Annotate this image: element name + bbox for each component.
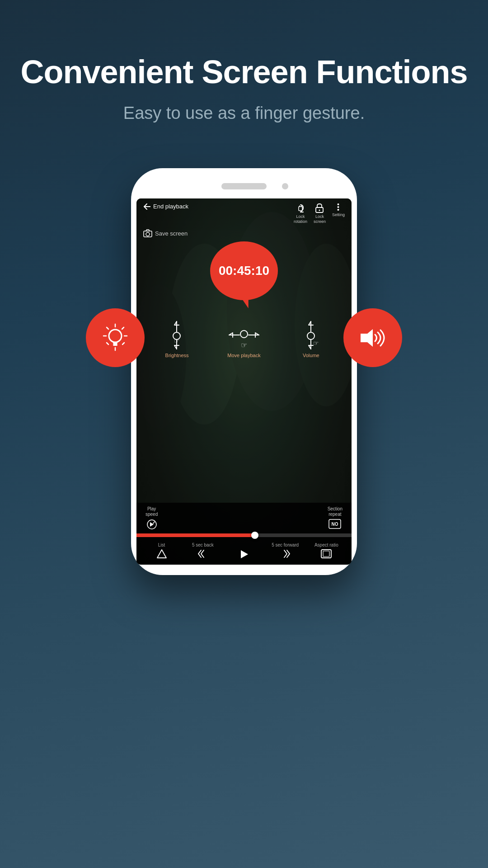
brightness-gesture-icon: ☞ bbox=[164, 321, 189, 350]
gesture-area: ☞ Brightness bbox=[136, 321, 352, 358]
progress-fill bbox=[136, 533, 255, 537]
svg-point-24 bbox=[338, 206, 339, 208]
list-label: List bbox=[158, 542, 165, 547]
sec-back-icon bbox=[197, 549, 208, 558]
brightness-gesture: ☞ Brightness bbox=[164, 321, 189, 358]
progress-bar[interactable] bbox=[136, 533, 352, 537]
svg-rect-2 bbox=[113, 344, 117, 346]
bottom-controls-area: Playspeed Sectionrepeat NO bbox=[136, 503, 352, 565]
brightness-icon bbox=[101, 323, 130, 353]
svg-line-7 bbox=[107, 327, 108, 329]
volume-label: Volume bbox=[303, 353, 319, 358]
lock-rotation-button[interactable]: Lockrotation bbox=[294, 203, 307, 224]
lock-screen-icon bbox=[315, 203, 324, 213]
timer-display: 00:45:10 bbox=[219, 264, 269, 278]
volume-gesture-icon: ☞ bbox=[299, 321, 324, 350]
back-button[interactable]: End playback bbox=[143, 203, 188, 210]
lock-rotation-icon bbox=[296, 203, 305, 213]
svg-marker-11 bbox=[361, 329, 373, 347]
speed-section-row: Playspeed Sectionrepeat NO bbox=[136, 503, 352, 532]
aspect-ratio-label: Aspect ratio bbox=[314, 542, 338, 547]
svg-point-27 bbox=[146, 232, 150, 236]
phone-screen: End playback Lockrotation bbox=[136, 198, 352, 565]
lock-rotation-label: Lockrotation bbox=[294, 214, 307, 224]
volume-gesture: ☞ Volume bbox=[299, 321, 324, 358]
lock-screen-label: Lockscreen bbox=[314, 214, 326, 224]
top-controls-bar: End playback Lockrotation bbox=[136, 198, 352, 229]
setting-label: Setting bbox=[332, 212, 345, 217]
section-repeat-item[interactable]: Sectionrepeat NO bbox=[328, 506, 343, 529]
progress-thumb[interactable] bbox=[251, 532, 258, 539]
more-options-icon bbox=[337, 203, 339, 211]
lock-screen-button[interactable]: Lockscreen bbox=[314, 203, 326, 224]
sec-forward-item[interactable]: 5 sec forward bbox=[269, 542, 301, 558]
play-pause-item[interactable]: — bbox=[228, 542, 260, 559]
timer-bubble: 00:45:10 bbox=[210, 241, 278, 300]
brightness-label: Brightness bbox=[165, 353, 189, 358]
save-screen-label: Save screen bbox=[155, 230, 188, 237]
sec-back-item[interactable]: 5 sec back bbox=[187, 542, 219, 558]
svg-point-23 bbox=[338, 203, 339, 205]
move-gesture-icon: ☞ bbox=[228, 321, 260, 350]
svg-point-37 bbox=[307, 332, 314, 340]
play-icon bbox=[239, 549, 249, 559]
volume-bubble bbox=[343, 308, 402, 367]
svg-text:☞: ☞ bbox=[313, 340, 319, 347]
list-nav-item[interactable]: List bbox=[146, 542, 178, 558]
svg-point-0 bbox=[109, 330, 122, 342]
play-speed-icon bbox=[146, 519, 157, 530]
phone-wrapper: End playback Lockrotation bbox=[131, 168, 357, 575]
play-speed-label: Playspeed bbox=[145, 506, 158, 517]
sub-title: Easy to use as a finger gesture. bbox=[0, 104, 488, 123]
phone-top-bar bbox=[136, 174, 352, 198]
svg-point-34 bbox=[240, 330, 248, 338]
back-arrow-icon bbox=[143, 203, 150, 210]
svg-line-9 bbox=[122, 327, 124, 329]
main-title: Convenient Screen Functions bbox=[0, 54, 488, 90]
svg-rect-18 bbox=[299, 207, 302, 211]
svg-text:NO: NO bbox=[332, 522, 338, 527]
aspect-ratio-item[interactable]: Aspect ratio bbox=[310, 542, 342, 558]
svg-text:☞: ☞ bbox=[241, 341, 247, 349]
save-screen-row[interactable]: Save screen bbox=[143, 229, 188, 237]
brightness-bubble bbox=[86, 308, 145, 367]
svg-text:☞: ☞ bbox=[174, 337, 180, 344]
section-repeat-label: Sectionrepeat bbox=[328, 506, 343, 517]
phone-camera bbox=[282, 183, 288, 189]
camera-icon bbox=[143, 229, 152, 237]
play-speed-item[interactable]: Playspeed bbox=[145, 506, 158, 530]
top-right-controls: Lockrotation Lockscreen bbox=[294, 203, 345, 224]
svg-rect-1 bbox=[113, 342, 117, 344]
svg-marker-45 bbox=[241, 550, 248, 558]
svg-line-41 bbox=[153, 522, 155, 524]
svg-line-8 bbox=[122, 343, 124, 344]
end-playback-label: End playback bbox=[153, 203, 188, 210]
sec-back-label: 5 sec back bbox=[192, 542, 214, 547]
setting-button[interactable]: Setting bbox=[332, 203, 345, 217]
move-label: Move playback bbox=[227, 353, 260, 358]
volume-icon bbox=[358, 326, 388, 350]
timer-circle: 00:45:10 bbox=[210, 241, 278, 300]
aspect-ratio-icon bbox=[321, 549, 332, 558]
svg-line-10 bbox=[107, 343, 108, 344]
svg-marker-44 bbox=[157, 550, 166, 558]
list-icon bbox=[157, 549, 167, 558]
phone-frame: End playback Lockrotation bbox=[131, 168, 357, 575]
phone-speaker bbox=[221, 183, 267, 189]
sec-forward-icon bbox=[280, 549, 291, 558]
header-section: Convenient Screen Functions Easy to use … bbox=[0, 0, 488, 141]
svg-point-22 bbox=[319, 210, 320, 211]
section-repeat-icon: NO bbox=[328, 519, 341, 529]
svg-rect-47 bbox=[323, 551, 329, 557]
bottom-nav: List 5 sec back — bbox=[136, 539, 352, 565]
svg-point-25 bbox=[338, 209, 339, 211]
move-gesture: ☞ Move playback bbox=[227, 321, 260, 358]
sec-forward-label: 5 sec forward bbox=[272, 542, 299, 547]
